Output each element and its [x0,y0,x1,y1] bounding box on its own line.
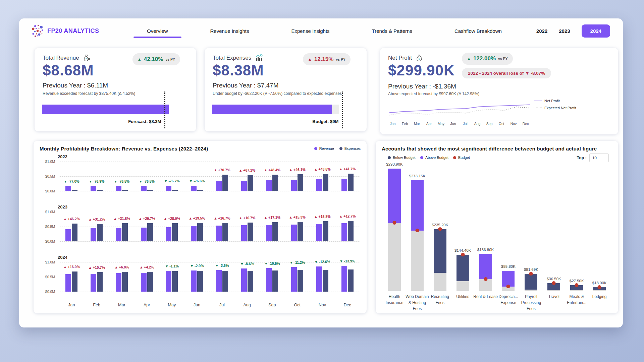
expenses-bar[interactable] [122,223,128,241]
revenue-bar[interactable] [141,186,147,191]
expenses-bar[interactable] [298,222,303,241]
expenses-bar[interactable] [272,222,278,241]
revenue-bar[interactable] [216,270,222,292]
revenue-bar[interactable] [91,228,96,241]
revenue-bar[interactable] [191,186,197,191]
bar-group-feb[interactable]: ▼ -76.9% [84,162,109,191]
tab-revenue-insights[interactable]: Revenue Insights [208,25,251,37]
revenue-bar[interactable] [266,180,272,191]
expenses-bar[interactable] [272,175,278,191]
revenue-bar[interactable] [266,268,272,292]
expenses-bar[interactable] [197,190,203,191]
account-column-utilities[interactable]: $144.40KUtilities [451,162,474,310]
year-button-2024[interactable]: 2024 [582,24,610,38]
revenue-bar[interactable] [241,268,247,292]
account-bar[interactable] [434,229,446,291]
expenses-bar[interactable] [72,224,77,241]
legend-item-below-budget[interactable]: Below Budget [388,156,416,160]
expenses-bar[interactable] [348,174,354,191]
bar-group-jan[interactable]: ▲ +46.2% [59,212,84,241]
revenue-bar[interactable] [341,223,347,241]
legend-item-net-profit[interactable]: Net Profit [534,99,576,103]
revenue-bar[interactable] [266,225,272,241]
bar-group-jan[interactable]: ▼ -77.0% [59,162,84,191]
revenue-bar[interactable] [341,266,347,292]
revenue-bar[interactable] [166,186,171,191]
expenses-bar[interactable] [147,272,153,292]
account-bar[interactable] [388,169,401,291]
bar-group-dec[interactable]: ▼ -13.9% [335,262,360,292]
expenses-bar[interactable] [272,270,278,292]
revenue-bar[interactable] [241,181,247,191]
expenses-bar[interactable] [72,190,77,191]
expenses-bar[interactable] [147,223,153,241]
expenses-bar[interactable] [222,271,228,292]
expenses-bar[interactable] [323,221,328,241]
account-column-travel[interactable]: $36.50KTravel [542,162,565,310]
expenses-bar[interactable] [348,269,354,292]
expenses-bar[interactable] [172,271,178,292]
tab-trends-patterns[interactable]: Trends & Patterns [370,25,414,37]
account-column-payroll-processing-fees[interactable]: $81.69KPayroll Processing Fees [520,162,542,310]
revenue-bar[interactable] [166,227,171,241]
tab-cashflow-breakdown[interactable]: Cashflow Breakdown [452,25,504,37]
revenue-bar[interactable] [291,225,297,241]
expenses-bar[interactable] [222,175,228,191]
revenue-bar[interactable] [341,179,347,191]
expenses-bar[interactable] [248,175,253,191]
revenue-bar[interactable] [141,228,147,241]
expenses-bar[interactable] [197,271,203,292]
bar-group-feb[interactable]: ▲ +31.2% [84,212,109,241]
bar-group-sep[interactable]: ▲ +48.4% [260,162,285,191]
expenses-bar[interactable] [248,223,253,241]
revenue-bar[interactable] [291,180,297,191]
account-bar[interactable] [525,274,537,291]
revenue-bar[interactable] [316,224,322,241]
revenue-bar[interactable] [116,228,121,242]
expenses-bar[interactable] [122,272,128,292]
expenses-bar[interactable] [197,223,203,241]
legend-item-revenue[interactable]: Revenue [314,146,334,150]
revenue-bar[interactable] [216,226,222,242]
account-column-meals-entertain[interactable]: $27.50KMeals & Entertain... [565,162,588,310]
account-bar[interactable] [411,180,424,291]
expenses-bar[interactable] [323,270,328,292]
expenses-bar[interactable] [172,190,178,191]
revenue-bar[interactable] [316,266,322,292]
expenses-bar[interactable] [97,190,103,191]
revenue-bar[interactable] [65,229,71,241]
bar-group-oct[interactable]: ▼ -11.2% [285,262,310,292]
revenue-bar[interactable] [141,273,147,292]
account-column-deprecia-expense[interactable]: $85.80KDeprecia... Expense [497,162,520,310]
expenses-bar[interactable] [348,221,354,241]
revenue-bar[interactable] [166,271,171,292]
expenses-bar[interactable] [248,271,253,292]
account-column-health-insurance[interactable]: $293.90KHealth Insurance [383,162,406,310]
account-column-lodging[interactable]: $18.00KLodging [588,162,611,310]
expenses-bar[interactable] [147,190,153,191]
bar-group-dec[interactable]: ▲ +12.7% [335,212,360,241]
legend-item-expected-net-profit[interactable]: Expected Net Profit [534,106,576,110]
revenue-bar[interactable] [116,273,121,292]
bar-group-nov[interactable]: ▲ +43.8% [310,162,335,191]
revenue-bar[interactable] [91,186,96,191]
bar-group-nov[interactable]: ▼ -12.6% [310,262,335,292]
bar-group-sep[interactable]: ▼ -10.5% [260,262,285,292]
account-bar[interactable] [479,254,492,291]
revenue-bar[interactable] [191,270,197,292]
revenue-bar[interactable] [65,274,71,292]
account-column-web-domain-hosting-fees[interactable]: $273.15KWeb Domain & Hosting Fees [406,162,429,310]
legend-item-expenses[interactable]: Expenses [339,146,361,150]
expenses-bar[interactable] [122,190,128,191]
account-bar[interactable] [457,255,469,291]
tab-overview[interactable]: Overview [145,25,170,37]
revenue-bar[interactable] [241,225,247,241]
legend-item-budget[interactable]: Budget [453,156,470,160]
expenses-bar[interactable] [298,174,303,191]
bar-group-apr[interactable]: ▼ -76.8% [134,162,159,191]
revenue-bar[interactable] [216,181,222,191]
bar-group-aug[interactable]: ▼ -8.6% [234,262,260,292]
expenses-bar[interactable] [72,272,77,292]
bar-group-may[interactable]: ▼ -76.7% [159,162,184,191]
top-n-input[interactable] [589,154,609,162]
